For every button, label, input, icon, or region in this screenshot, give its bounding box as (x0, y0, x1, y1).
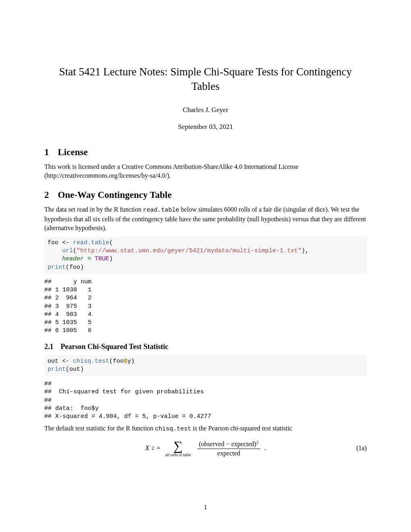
eq-equals: = (157, 444, 161, 452)
code: header = (62, 256, 91, 262)
code: y) (127, 358, 135, 365)
equation-1a: X2 = ∑ all cells of table (observed − ex… (44, 439, 367, 457)
text: is the Pearson chi-squared test statisti… (191, 425, 293, 432)
denominator: expected (217, 449, 240, 457)
section-2-heading: 2One-Way Contingency Table (44, 190, 367, 200)
code: ( (73, 247, 77, 254)
page-number: 1 (0, 504, 411, 511)
code: $ (124, 358, 127, 365)
inline-code: chisq.test (155, 426, 191, 432)
subsection-2-1-heading: 2.1Pearson Chi-Squared Test Statistic (44, 343, 367, 351)
document-title: Stat 5421 Lecture Notes: Simple Chi-Squa… (44, 64, 367, 94)
license-paragraph: This work is licensed under a Creative C… (44, 162, 367, 180)
text: ). (167, 172, 171, 179)
code: print (48, 264, 66, 271)
text: The default test statistic for the R fun… (44, 425, 155, 432)
code (48, 247, 62, 254)
section-title: License (58, 147, 88, 157)
code: out <- (48, 358, 73, 365)
date: September 03, 2021 (44, 123, 367, 131)
inline-code: read.table (143, 207, 179, 214)
section-number: 2 (44, 190, 49, 200)
summation: ∑ all cells of table (165, 439, 191, 457)
code: (foo (109, 358, 124, 365)
code: chisq.test (73, 358, 109, 365)
text: (observed − expected) (199, 441, 256, 447)
page: Stat 5421 Lecture Notes: Simple Chi-Squa… (0, 0, 411, 532)
section-number: 1 (44, 147, 49, 158)
code: (foo) (66, 264, 84, 271)
intro-paragraph: The data set read in by the R function r… (44, 205, 367, 233)
section-title: One-Way Contingency Table (58, 190, 172, 200)
eq-lhs: X (145, 444, 149, 452)
text: The data set read in by the R function (44, 206, 143, 213)
subsection-number: 2.1 (44, 343, 54, 351)
numerator: (observed − expected)2 (197, 440, 260, 449)
output-block-2: ## ## Chi-squared test for given probabi… (44, 380, 367, 421)
code: ), (301, 247, 309, 254)
code: TRUE (91, 256, 109, 262)
license-link[interactable]: http://creativecommons.org/licenses/by-s… (46, 172, 167, 179)
code: foo <- (48, 239, 73, 246)
code (48, 256, 62, 262)
stat-paragraph: The default test statistic for the R fun… (44, 424, 367, 434)
fraction: (observed − expected)2 expected (197, 440, 260, 457)
code: read.table (73, 239, 109, 246)
sigma-icon: ∑ (174, 439, 183, 452)
code: (out) (66, 366, 84, 373)
subsection-title: Pearson Chi-Squared Test Statistic (61, 343, 168, 351)
code: url (62, 247, 73, 254)
section-1-heading: 1License (44, 147, 367, 158)
code: ( (109, 239, 113, 246)
output-block-1: ## y num ## 1 1038 1 ## 2 964 2 ## 3 975… (44, 278, 367, 335)
sum-subscript: all cells of table (165, 453, 191, 457)
equation-body: X2 = ∑ all cells of table (observed − ex… (145, 439, 266, 457)
code: "http://www.stat.umn.edu/geyer/5421/myda… (77, 247, 301, 254)
code-block-1: foo <- read.table( url("http://www.stat.… (44, 237, 367, 274)
code: print (48, 366, 66, 373)
equation-label: (1a) (266, 445, 367, 452)
author: Charles J. Geyer (44, 106, 367, 114)
code-block-2: out <- chisq.test(foo$y) print(out) (44, 355, 367, 376)
text: 2 (256, 440, 259, 445)
code: ) (109, 256, 113, 262)
eq-exp: 2 (152, 445, 154, 451)
